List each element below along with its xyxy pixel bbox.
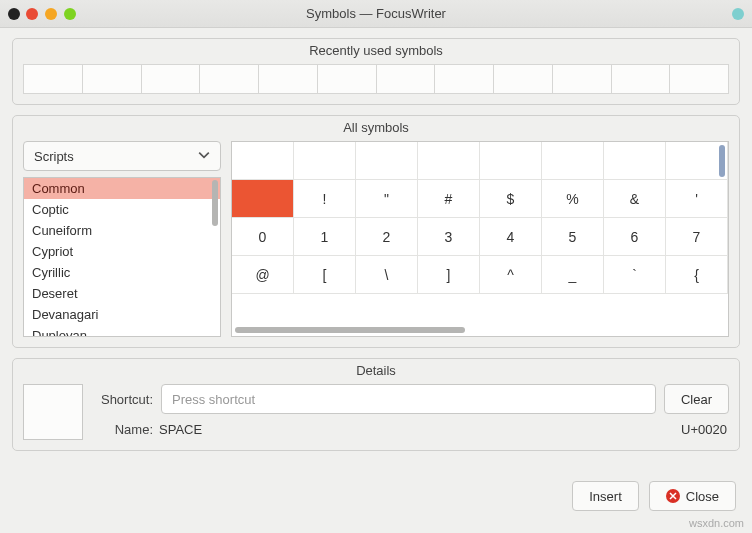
recent-title: Recently used symbols — [13, 39, 739, 64]
symbol-cell[interactable]: 2 — [356, 218, 418, 256]
scripts-scrollbar[interactable] — [212, 180, 218, 226]
recent-cell[interactable] — [670, 64, 729, 94]
script-item[interactable]: Coptic — [24, 199, 220, 220]
close-icon — [666, 489, 680, 503]
grid-vertical-scrollbar[interactable] — [719, 145, 725, 177]
symbol-cell[interactable]: 6 — [604, 218, 666, 256]
close-button-label: Close — [686, 489, 719, 504]
insert-button[interactable]: Insert — [572, 481, 639, 511]
symbol-cell[interactable]: ] — [418, 256, 480, 294]
symbol-cell[interactable]: " — [356, 180, 418, 218]
symbol-cell[interactable] — [232, 142, 294, 180]
details-title: Details — [13, 359, 739, 384]
script-item[interactable]: Deseret — [24, 283, 220, 304]
watermark: wsxdn.com — [689, 517, 744, 529]
window-title: Symbols — FocusWriter — [0, 6, 752, 21]
symbol-grid[interactable]: !"#$%&'01234567@[\]^_`{ — [231, 141, 729, 337]
symbol-cell[interactable] — [356, 142, 418, 180]
symbol-cell[interactable]: 1 — [294, 218, 356, 256]
symbol-cell[interactable]: ` — [604, 256, 666, 294]
recent-cell[interactable] — [553, 64, 612, 94]
symbol-cell[interactable]: 7 — [666, 218, 728, 256]
symbol-cell[interactable]: 4 — [480, 218, 542, 256]
symbol-cell[interactable] — [232, 180, 294, 218]
recent-cell[interactable] — [435, 64, 494, 94]
symbol-preview — [23, 384, 83, 440]
symbol-cell[interactable]: 5 — [542, 218, 604, 256]
symbol-cell[interactable]: 0 — [232, 218, 294, 256]
symbol-cell[interactable] — [480, 142, 542, 180]
all-symbols-title: All symbols — [13, 116, 739, 141]
symbol-cell[interactable]: { — [666, 256, 728, 294]
close-button[interactable]: Close — [649, 481, 736, 511]
name-value: SPACE — [159, 422, 202, 437]
grid-horizontal-scrollbar[interactable] — [235, 327, 465, 333]
symbol-cell[interactable] — [604, 142, 666, 180]
all-symbols-groupbox: All symbols Scripts CommonCopticCuneifor… — [12, 115, 740, 348]
scripts-dropdown-label: Scripts — [34, 149, 74, 164]
script-item[interactable]: Cyrillic — [24, 262, 220, 283]
recent-row — [13, 64, 739, 104]
symbol-cell[interactable]: $ — [480, 180, 542, 218]
scripts-dropdown[interactable]: Scripts — [23, 141, 221, 171]
script-item[interactable]: Devanagari — [24, 304, 220, 325]
recent-cell[interactable] — [83, 64, 142, 94]
details-groupbox: Details Shortcut: Press shortcut Clear N… — [12, 358, 740, 451]
symbol-cell[interactable]: \ — [356, 256, 418, 294]
recent-cell[interactable] — [200, 64, 259, 94]
script-item[interactable]: Cypriot — [24, 241, 220, 262]
script-item[interactable]: Common — [24, 178, 220, 199]
recent-cell[interactable] — [318, 64, 377, 94]
symbol-cell[interactable]: _ — [542, 256, 604, 294]
symbol-cell[interactable]: [ — [294, 256, 356, 294]
recent-cell[interactable] — [494, 64, 553, 94]
clear-button[interactable]: Clear — [664, 384, 729, 414]
symbol-cell[interactable]: ^ — [480, 256, 542, 294]
recent-cell[interactable] — [612, 64, 671, 94]
script-item[interactable]: Cuneiform — [24, 220, 220, 241]
symbol-cell[interactable]: % — [542, 180, 604, 218]
shortcut-label: Shortcut: — [93, 392, 153, 407]
recent-cell[interactable] — [377, 64, 436, 94]
shortcut-input[interactable]: Press shortcut — [161, 384, 656, 414]
symbol-cell[interactable] — [294, 142, 356, 180]
symbol-cell[interactable] — [418, 142, 480, 180]
recent-cell[interactable] — [142, 64, 201, 94]
symbol-cell[interactable]: 3 — [418, 218, 480, 256]
symbol-cell[interactable]: @ — [232, 256, 294, 294]
recent-cell[interactable] — [259, 64, 318, 94]
shortcut-placeholder: Press shortcut — [172, 392, 255, 407]
symbol-cell[interactable] — [542, 142, 604, 180]
scripts-list[interactable]: CommonCopticCuneiformCypriotCyrillicDese… — [23, 177, 221, 337]
symbol-cell[interactable]: & — [604, 180, 666, 218]
chevron-down-icon — [198, 149, 210, 164]
symbol-cell[interactable]: ! — [294, 180, 356, 218]
recent-cell[interactable] — [23, 64, 83, 94]
name-label: Name: — [93, 422, 153, 437]
titlebar: Symbols — FocusWriter — [0, 0, 752, 28]
symbol-cell[interactable]: ' — [666, 180, 728, 218]
codepoint-value: U+0020 — [681, 422, 729, 437]
symbol-cell[interactable]: # — [418, 180, 480, 218]
recent-groupbox: Recently used symbols — [12, 38, 740, 105]
script-item[interactable]: Duployan — [24, 325, 220, 337]
